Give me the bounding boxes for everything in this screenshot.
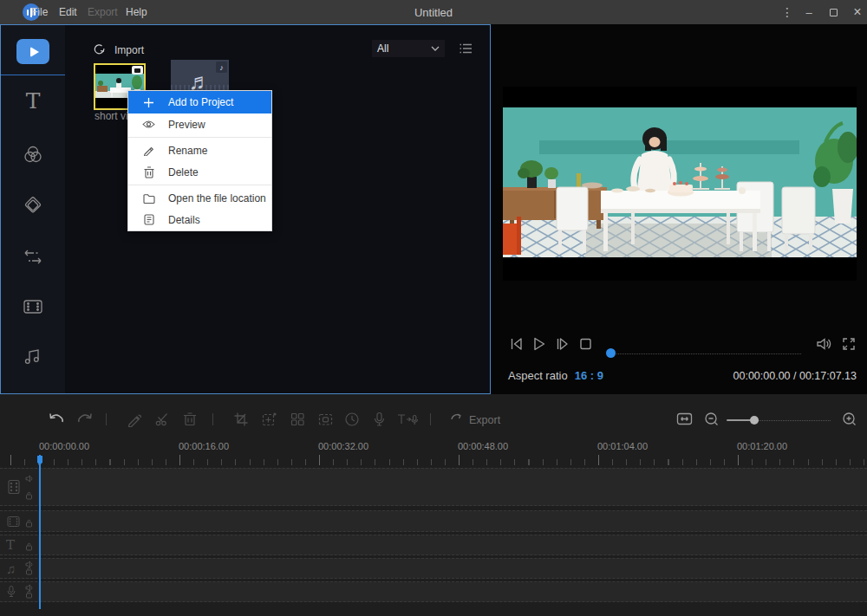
timeline-zoom-handle[interactable] (750, 416, 759, 425)
volume-button[interactable] (816, 336, 833, 352)
sidebar-selected-divider (1, 75, 65, 75)
redo-button[interactable] (76, 412, 94, 426)
seek-handle[interactable] (606, 348, 616, 358)
list-view-icon (458, 42, 473, 55)
folder-icon (142, 193, 155, 204)
context-menu-details[interactable]: Details (128, 209, 271, 230)
window-title: Untitled (0, 6, 867, 19)
context-menu-preview[interactable]: Preview (128, 113, 271, 135)
import-button[interactable]: Import (91, 42, 144, 57)
lock-track-icon[interactable] (25, 519, 33, 528)
list-view-button[interactable] (458, 42, 473, 55)
text-to-speech-button[interactable] (396, 412, 419, 427)
zoom-in-button[interactable] (842, 412, 857, 427)
stop-button[interactable] (579, 336, 593, 352)
aspect-ratio-label: Aspect ratio (508, 369, 568, 382)
music-icon (22, 346, 44, 368)
maximize-icon (830, 9, 838, 16)
sidebar-item-media[interactable] (16, 39, 49, 64)
track-text[interactable]: T (0, 535, 867, 555)
split-button[interactable] (154, 412, 170, 427)
mute-track-icon[interactable] (25, 475, 34, 483)
playhead-line[interactable] (39, 455, 41, 609)
trash-icon (142, 166, 155, 178)
export-label[interactable]: Export (469, 414, 500, 426)
context-menu: Add to Project Preview Rename Delete (127, 90, 272, 231)
minimize-button[interactable]: – (798, 0, 820, 24)
seek-slider[interactable] (607, 353, 801, 354)
video-type-badge (132, 66, 143, 75)
sidebar-item-filters[interactable] (1, 143, 65, 165)
context-menu-label: Rename (168, 145, 207, 157)
zoom-frame-button[interactable] (261, 412, 277, 427)
audio-type-badge: ♪ (216, 62, 227, 73)
track-pip[interactable] (0, 510, 867, 532)
context-menu-add-to-project[interactable]: Add to Project (128, 91, 271, 113)
fit-timeline-button[interactable] (676, 412, 693, 426)
app-window: File Edit Export Help Untitled ⋮ – × T (0, 0, 867, 616)
plus-icon (142, 97, 155, 108)
context-menu-label: Add to Project (168, 96, 233, 108)
context-menu-label: Details (168, 214, 200, 226)
close-button[interactable]: × (846, 0, 867, 24)
track-video[interactable] (0, 468, 867, 506)
sidebar-item-transitions[interactable] (1, 246, 65, 269)
sidebar-item-elements[interactable] (1, 295, 65, 318)
context-menu-label: Preview (168, 119, 205, 131)
import-label: Import (114, 44, 144, 56)
sidebar-item-overlays[interactable] (1, 194, 65, 217)
ruler-label: 00:00:32.00 (318, 441, 368, 451)
next-frame-button[interactable] (554, 336, 570, 352)
ruler-label: 00:00:00.00 (39, 441, 89, 451)
text-track-icon: T (6, 537, 15, 553)
timeline-ruler[interactable] (0, 455, 867, 465)
toolbar-separator (212, 413, 213, 425)
track-pip-header (0, 511, 38, 531)
context-menu-open-file-location[interactable]: Open the file location (128, 187, 271, 209)
fullscreen-button[interactable] (841, 336, 857, 352)
speed-button[interactable] (344, 412, 360, 427)
aspect-ratio-value: 16 : 9 (575, 369, 603, 382)
track-voiceover[interactable] (0, 581, 867, 602)
context-menu-label: Open the file location (168, 192, 266, 204)
delete-button[interactable] (183, 412, 197, 426)
zoom-out-button[interactable] (704, 412, 720, 427)
voiceover-button[interactable] (373, 412, 386, 427)
voiceover-track-icon (6, 586, 16, 599)
kebab-menu-icon[interactable]: ⋮ (776, 0, 799, 24)
pip-track-icon (6, 515, 21, 528)
lock-track-icon[interactable] (25, 590, 33, 599)
timecode-display: 00:00:00.00 / 00:17:07.13 (733, 370, 857, 382)
crop-button[interactable] (233, 412, 249, 427)
context-menu-delete[interactable]: Delete (128, 161, 271, 183)
context-menu-label: Delete (168, 166, 199, 178)
undo-button[interactable] (48, 412, 65, 426)
ruler-label: 00:00:48.00 (458, 441, 508, 451)
sidebar-item-music[interactable] (1, 346, 65, 368)
pencil-icon (142, 145, 155, 156)
freeze-frame-button[interactable] (317, 412, 334, 427)
aspect-ratio[interactable]: Aspect ratio16 : 9 (508, 369, 603, 382)
preview-panel: Aspect ratio16 : 9 00:00:00.00 / 00:17:0… (491, 24, 867, 394)
maximize-button[interactable] (822, 0, 844, 24)
video-frame-image (503, 87, 857, 281)
edit-button[interactable] (127, 412, 142, 427)
mosaic-button[interactable] (290, 412, 306, 427)
play-icon (30, 47, 39, 57)
lock-track-icon[interactable] (25, 567, 33, 575)
filters-icon (22, 143, 44, 165)
video-preview[interactable] (503, 87, 857, 281)
eye-icon (142, 120, 155, 129)
play-button[interactable] (531, 336, 546, 352)
lock-track-icon[interactable] (25, 491, 33, 500)
toolbar-separator (106, 413, 107, 425)
track-music[interactable]: ♫ (0, 558, 867, 579)
filter-dropdown[interactable]: All (372, 40, 445, 57)
filter-value: All (377, 42, 388, 55)
previous-frame-button[interactable] (508, 336, 524, 352)
lock-track-icon[interactable] (25, 542, 33, 551)
sidebar-item-text[interactable]: T (1, 90, 65, 112)
export-button[interactable] (449, 412, 466, 426)
context-menu-rename[interactable]: Rename (128, 139, 271, 161)
music-track-icon: ♫ (6, 561, 16, 576)
